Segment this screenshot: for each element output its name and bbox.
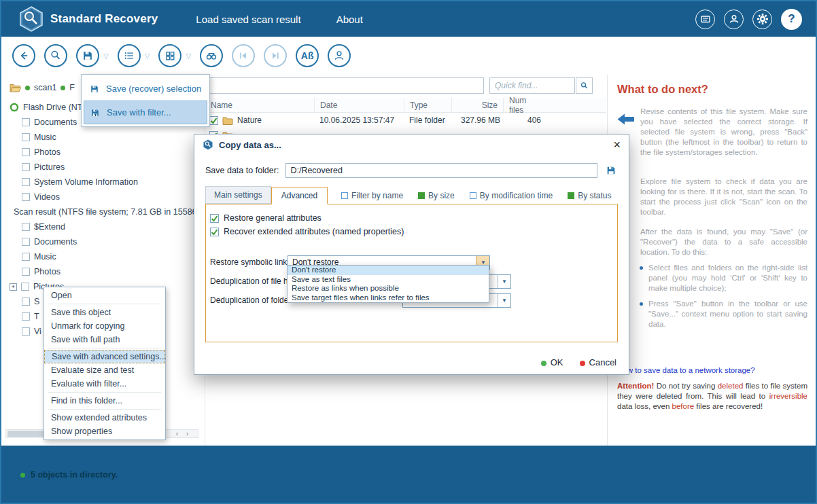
save-dropdown-arrow[interactable]: ▽ — [103, 52, 109, 60]
tab-by-status[interactable]: By status — [566, 187, 612, 204]
checkbox-icon[interactable] — [22, 118, 30, 126]
back-button[interactable] — [12, 44, 35, 67]
checkbox-unchecked-icon[interactable] — [341, 192, 348, 199]
tree-item-extend[interactable]: $Extend — [1, 219, 205, 234]
tree-item-videos[interactable]: Videos — [1, 190, 205, 204]
scroll-right-button[interactable]: › — [182, 430, 192, 437]
tab-by-size[interactable]: By size — [417, 187, 456, 204]
checkbox-icon[interactable] — [22, 253, 30, 261]
recover-extended-attributes-checkbox[interactable]: Recover extended attributes (named prope… — [210, 225, 613, 238]
checkbox-icon[interactable] — [22, 148, 30, 156]
tree-item-system-volume-information[interactable]: System Volume Information — [1, 175, 205, 190]
cancel-dot-icon — [580, 361, 585, 366]
menu-save-recover-selection[interactable]: Save (recover) selection — [84, 77, 207, 101]
view-dropdown-arrow[interactable]: ▽ — [186, 52, 191, 60]
checkbox-icon[interactable] — [22, 298, 30, 306]
tree-item-music[interactable]: Music — [1, 130, 205, 145]
next-item-button[interactable] — [264, 44, 287, 67]
tree-item-photos[interactable]: Photos — [1, 145, 205, 160]
scan-search-button[interactable] — [44, 44, 67, 67]
help-bullet-press-save: Press "Save" button in the toolbar or us… — [648, 299, 807, 329]
tab-advanced[interactable]: Advanced — [271, 187, 328, 204]
find-button[interactable] — [200, 44, 223, 67]
checkbox-checked-icon[interactable] — [210, 214, 219, 223]
column-header-date[interactable]: Date — [314, 98, 404, 112]
checkbox-icon[interactable] — [22, 193, 30, 201]
settings-icon[interactable] — [752, 10, 772, 29]
ok-button[interactable]: OK — [541, 357, 563, 367]
chevron-down-icon[interactable]: ▼ — [498, 275, 510, 288]
messages-icon[interactable] — [695, 10, 715, 29]
context-find-in-this-folder[interactable]: Find in this folder... — [44, 394, 165, 408]
help-icon[interactable]: ? — [781, 9, 802, 30]
context-save-with-full-path[interactable]: Save with full path — [44, 333, 165, 346]
option-save-target-files[interactable]: Save target files when links refer to fi… — [288, 293, 489, 303]
quick-find-input[interactable] — [489, 77, 575, 94]
checkbox-checked-icon[interactable] — [210, 228, 219, 236]
cancel-button[interactable]: Cancel — [580, 357, 616, 367]
chevron-down-icon[interactable]: ▼ — [498, 294, 510, 307]
checkbox-icon[interactable] — [22, 133, 30, 141]
checkbox-icon[interactable] — [22, 223, 30, 231]
option-save-as-text-files[interactable]: Save as text files — [288, 275, 489, 285]
column-header-type[interactable]: Type — [404, 98, 451, 112]
file-size: 327.96 MB — [451, 115, 503, 125]
expander-plus-icon[interactable]: + — [10, 283, 17, 291]
row-checkbox-checked[interactable] — [209, 116, 218, 125]
checkbox-icon[interactable] — [22, 268, 30, 276]
tree-item-scan-result[interactable]: Scan result (NTFS file system; 7.81 GB i… — [1, 204, 205, 219]
context-unmark-for-copying[interactable]: Unmark for copying — [44, 319, 165, 333]
account-icon[interactable] — [724, 10, 744, 29]
save-button[interactable] — [76, 44, 99, 67]
tab-filter-by-name[interactable]: Filter by name — [340, 187, 404, 204]
selection-options-button[interactable] — [118, 44, 141, 67]
context-show-extended-attributes[interactable]: Show extended attributes — [44, 411, 165, 425]
view-grid-button[interactable] — [158, 44, 181, 67]
checkbox-icon[interactable] — [21, 283, 29, 291]
checkbox-checked-icon[interactable] — [568, 192, 574, 199]
checkbox-icon[interactable] — [22, 178, 30, 186]
checkbox-icon[interactable] — [22, 163, 30, 171]
restore-general-attributes-checkbox[interactable]: Restore general attributes — [210, 211, 613, 225]
scroll-left-button[interactable]: ‹ — [172, 430, 182, 437]
checkbox-checked-icon[interactable] — [418, 192, 425, 199]
context-evaluate-size-and-test[interactable]: Evaluate size and test — [44, 363, 165, 377]
checkbox-unchecked-icon[interactable] — [470, 192, 476, 199]
browse-save-icon[interactable] — [604, 164, 618, 177]
tree-item-pictures[interactable]: Pictures — [1, 160, 205, 175]
tab-by-modification-time[interactable]: By modification time — [468, 187, 554, 204]
menu-load-saved-scan-result[interactable]: Load saved scan result — [196, 14, 300, 25]
selection-options-dropdown-arrow[interactable]: ▽ — [145, 52, 150, 60]
option-dont-restore[interactable]: Don't restore — [288, 266, 489, 275]
context-show-properties[interactable]: Show properties — [44, 425, 165, 438]
tree-item-music-2[interactable]: Music — [1, 249, 205, 264]
menu-about[interactable]: About — [336, 14, 363, 25]
context-save-this-object[interactable]: Save this object — [44, 306, 165, 319]
scrollbar-thumb[interactable] — [7, 431, 44, 437]
column-header-num-files[interactable]: Num files — [503, 98, 545, 112]
column-header-name[interactable]: Name — [205, 98, 314, 112]
close-icon[interactable]: × — [613, 139, 621, 151]
context-open[interactable]: Open — [44, 289, 165, 302]
table-row[interactable]: Nature 10.06.2025 13:57:47 File folder 3… — [205, 113, 606, 128]
user-profile-button[interactable] — [328, 44, 351, 67]
checkbox-icon[interactable] — [22, 238, 30, 246]
tab-label: By modification time — [480, 191, 553, 200]
save-to-folder-input[interactable] — [285, 163, 597, 178]
path-input[interactable] — [207, 77, 484, 94]
menu-save-with-filter[interactable]: Save with filter... — [84, 101, 207, 124]
option-restore-as-links[interactable]: Restore as links when possible — [288, 284, 489, 293]
checkbox-icon[interactable] — [22, 327, 30, 336]
checkbox-icon[interactable] — [22, 312, 30, 321]
tree-item-documents-2[interactable]: Documents — [1, 234, 205, 249]
context-evaluate-with-filter[interactable]: Evaluate with filter... — [44, 377, 165, 391]
context-save-with-advanced-settings[interactable]: Save with advanced settings... — [44, 350, 165, 363]
network-storage-link[interactable]: How to save data to a network storage? — [617, 366, 807, 374]
tab-main-settings[interactable]: Main settings — [205, 186, 271, 204]
scan-tab-fragment: F — [69, 83, 75, 92]
letter-case-button[interactable]: Aß — [296, 44, 319, 67]
quick-find-search-button[interactable] — [576, 77, 593, 94]
tree-item-photos-2[interactable]: Photos — [1, 264, 205, 279]
previous-item-button[interactable] — [232, 44, 255, 67]
column-header-size[interactable]: Size — [451, 98, 503, 112]
